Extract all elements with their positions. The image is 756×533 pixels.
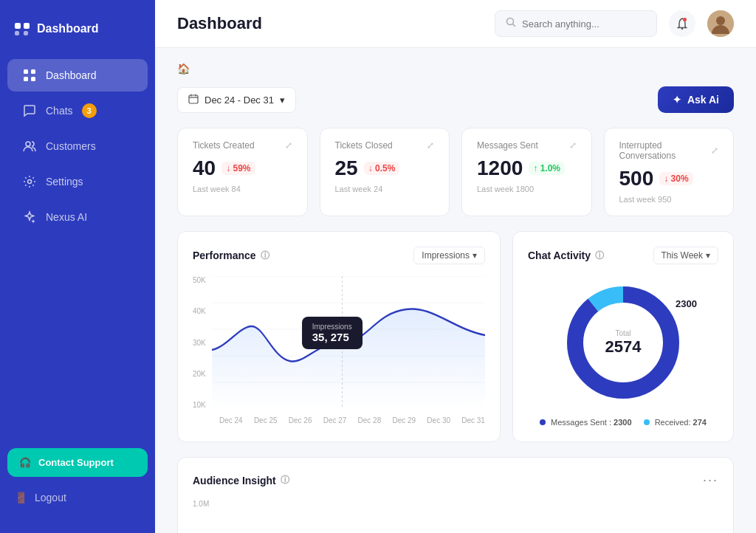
donut-2300-label: 2300 bbox=[676, 298, 697, 309]
chevron-down-icon: ▾ bbox=[706, 250, 710, 261]
stat-label: Tickets Created ⤢ bbox=[193, 140, 292, 151]
expand-icon[interactable]: ⤢ bbox=[285, 140, 292, 151]
bar-y-labels: 1.0M 700K 500K 300K bbox=[193, 500, 210, 533]
search-input[interactable] bbox=[522, 18, 646, 30]
info-icon: ⓘ bbox=[281, 474, 289, 486]
stat-value: 25 ↓ 0.5% bbox=[335, 157, 435, 180]
donut-chart: Total 2574 2300 bbox=[557, 276, 690, 409]
breadcrumb: 🏠 bbox=[177, 63, 734, 75]
ask-ai-label: Ask Ai bbox=[687, 94, 719, 106]
stat-label: Interrupted Conversations ⤢ bbox=[619, 140, 719, 161]
notification-button[interactable] bbox=[669, 10, 695, 37]
svg-rect-0 bbox=[24, 69, 28, 74]
ai-sparkle-icon: ✦ bbox=[673, 94, 681, 106]
chat-activity-header: Chat Activity ⓘ This Week ▾ bbox=[528, 247, 718, 264]
sidebar-item-label: Chats bbox=[46, 105, 73, 117]
stat-value: 40 ↓ 59% bbox=[193, 157, 292, 180]
avatar[interactable] bbox=[707, 10, 734, 37]
svg-point-4 bbox=[26, 142, 30, 146]
headphone-icon: 🎧 bbox=[19, 457, 31, 468]
stat-change: ↓ 30% bbox=[659, 172, 693, 185]
stat-value: 1200 ↑ 1.0% bbox=[477, 157, 577, 180]
stat-footer: Last week 950 bbox=[619, 195, 719, 204]
svg-point-7 bbox=[681, 28, 683, 30]
logout-icon: 🚪 bbox=[15, 492, 27, 503]
svg-point-5 bbox=[28, 180, 32, 184]
svg-rect-2 bbox=[24, 77, 28, 81]
svg-rect-3 bbox=[31, 77, 35, 81]
info-icon: ⓘ bbox=[261, 250, 269, 262]
sent-dot bbox=[540, 419, 546, 425]
x-label: Dec 31 bbox=[461, 416, 485, 424]
sidebar-item-customers[interactable]: Customers bbox=[7, 130, 148, 162]
stat-footer: Last week 84 bbox=[193, 185, 292, 193]
contact-support-button[interactable]: 🎧 Contact Support bbox=[7, 448, 148, 477]
expand-icon[interactable]: ⤢ bbox=[711, 145, 718, 156]
stat-footer: Last week 24 bbox=[335, 185, 435, 193]
audience-insight-card: Audience Insight ⓘ ··· 1.0M 700K 500K 30… bbox=[177, 457, 734, 533]
page-title: Dashboard bbox=[177, 14, 262, 33]
audience-chart: 1.0M 700K 500K 300K bbox=[193, 500, 718, 533]
impressions-filter[interactable]: Impressions ▾ bbox=[413, 247, 485, 264]
legend-received-label: Received: bbox=[655, 418, 691, 427]
svg-rect-1 bbox=[31, 69, 35, 74]
svg-point-10 bbox=[716, 16, 725, 25]
stat-value: 500 ↓ 30% bbox=[619, 167, 719, 190]
stat-change: ↓ 59% bbox=[221, 162, 255, 175]
sidebar-item-settings[interactable]: Settings bbox=[7, 165, 148, 198]
expand-icon[interactable]: ⤢ bbox=[427, 140, 434, 151]
chat-icon bbox=[22, 103, 37, 118]
date-range-label: Dec 24 - Dec 31 bbox=[205, 94, 274, 106]
x-label: Dec 30 bbox=[427, 416, 450, 424]
performance-chart-card: Performance ⓘ Impressions ▾ 50K 40K 30K bbox=[177, 231, 501, 442]
x-label: Dec 26 bbox=[289, 416, 312, 424]
info-icon: ⓘ bbox=[595, 250, 604, 262]
more-options-button[interactable]: ··· bbox=[703, 472, 718, 488]
main-content: Dashboard bbox=[155, 0, 756, 533]
ai-icon bbox=[22, 210, 37, 224]
donut-legend: Messages Sent : 2300 Received: 274 bbox=[540, 418, 707, 427]
expand-icon[interactable]: ⤢ bbox=[569, 140, 577, 151]
stat-card: Tickets Closed ⤢ 25 ↓ 0.5% Last week 24 bbox=[320, 128, 450, 216]
x-label: Dec 25 bbox=[254, 416, 278, 424]
week-filter[interactable]: This Week ▾ bbox=[653, 247, 718, 264]
x-label: Dec 27 bbox=[323, 416, 347, 424]
sidebar-item-chats[interactable]: Chats 3 bbox=[7, 94, 148, 127]
date-picker[interactable]: Dec 24 - Dec 31 ▾ bbox=[177, 87, 296, 113]
chevron-down-icon: ▾ bbox=[472, 250, 477, 261]
chat-activity-title: Chat Activity ⓘ bbox=[528, 250, 604, 262]
legend-received: Received: 274 bbox=[644, 418, 707, 427]
stat-change: ↑ 1.0% bbox=[529, 162, 565, 175]
logo-icon bbox=[15, 23, 30, 35]
content-area: 🏠 Dec 24 - Dec 31 ▾ ✦ Ask Ai bbox=[155, 48, 756, 533]
ask-ai-button[interactable]: ✦ Ask Ai bbox=[658, 86, 734, 113]
chats-badge: 3 bbox=[82, 103, 97, 118]
stats-grid: Tickets Created ⤢ 40 ↓ 59% Last week 84 … bbox=[177, 128, 734, 216]
stat-label: Tickets Closed ⤢ bbox=[335, 140, 435, 151]
sidebar-logo: Dashboard bbox=[0, 15, 155, 58]
sidebar-item-dashboard[interactable]: Dashboard bbox=[7, 59, 148, 92]
search-icon bbox=[506, 17, 516, 30]
sidebar: Dashboard Dashboard Chats 3 bbox=[0, 0, 155, 533]
legend-sent-label: Messages Sent : bbox=[551, 418, 611, 427]
gear-icon bbox=[22, 174, 37, 189]
donut-container: Total 2574 2300 Messages Sent : 2300 bbox=[528, 276, 718, 427]
grid-icon bbox=[22, 68, 37, 83]
sidebar-item-nexus-ai[interactable]: Nexus AI bbox=[7, 201, 148, 233]
sidebar-bottom: 🎧 Contact Support 🚪 Logout bbox=[0, 441, 155, 518]
contact-support-label: Contact Support bbox=[38, 457, 114, 468]
donut-center-text: Total 2574 bbox=[605, 329, 642, 357]
stat-label: Messages Sent ⤢ bbox=[477, 140, 577, 151]
chart-x-labels: Dec 24Dec 25Dec 26Dec 27Dec 28Dec 29Dec … bbox=[193, 416, 485, 424]
stat-footer: Last week 1800 bbox=[477, 185, 577, 193]
date-filter-row: Dec 24 - Dec 31 ▾ ✦ Ask Ai bbox=[177, 86, 734, 113]
search-box[interactable] bbox=[495, 10, 657, 37]
logout-button[interactable]: 🚪 Logout bbox=[7, 484, 148, 511]
logout-label: Logout bbox=[35, 492, 66, 503]
performance-chart: 50K 40K 30K 20K 10K bbox=[193, 276, 485, 424]
sidebar-item-label: Dashboard bbox=[46, 69, 97, 81]
legend-received-value: 274 bbox=[693, 418, 707, 427]
bar-groups bbox=[216, 500, 718, 533]
chevron-down-icon: ▾ bbox=[280, 94, 285, 106]
legend-sent-value: 2300 bbox=[614, 418, 631, 427]
